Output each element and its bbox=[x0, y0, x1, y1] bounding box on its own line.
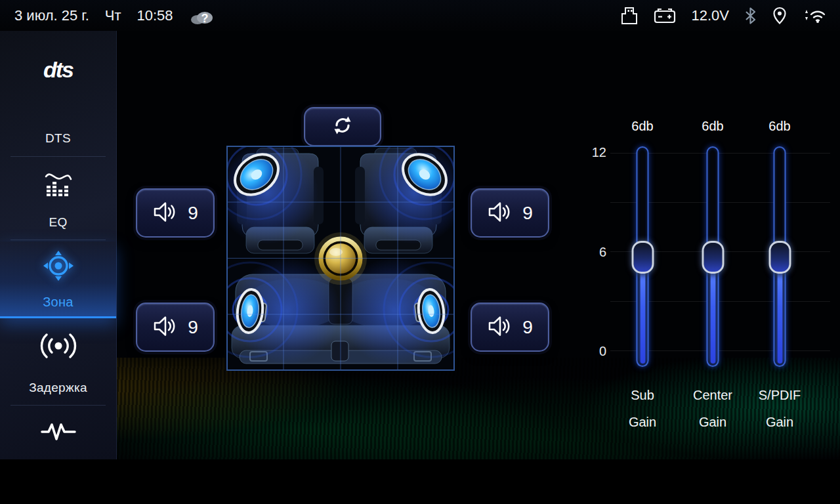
bluetooth-icon bbox=[745, 7, 756, 24]
status-date: 3 июл. 25 г. bbox=[14, 7, 89, 24]
slider-track[interactable] bbox=[707, 146, 719, 367]
slider-unit: Gain bbox=[740, 415, 819, 430]
tick-12: 12 bbox=[578, 145, 606, 160]
frequency-wave-icon bbox=[40, 419, 77, 447]
sidebar-item-label: EQ bbox=[49, 215, 67, 230]
zone-volume-front-right-button[interactable]: 9 bbox=[471, 188, 549, 238]
battery-voltage: 12.0V bbox=[692, 7, 730, 24]
zone-volume-value: 9 bbox=[522, 317, 533, 338]
zone-volume-front-left-button[interactable]: 9 bbox=[136, 188, 215, 238]
slider-thumb[interactable] bbox=[768, 241, 791, 274]
sidebar-item-label: Задержка bbox=[29, 381, 87, 395]
zone-volume-rear-right-button[interactable]: 9 bbox=[471, 303, 549, 352]
zone-panel: 9 9 9 bbox=[0, 31, 840, 459]
delay-sound-waves-icon bbox=[38, 329, 79, 365]
sidebar-item-label: Зона bbox=[43, 295, 74, 310]
zone-seat-map[interactable] bbox=[226, 146, 455, 373]
speaker-volume-icon bbox=[487, 201, 512, 226]
sidebar-item-label: DTS bbox=[45, 131, 71, 146]
slider-value-label: 6db bbox=[740, 119, 819, 134]
car-battery-icon bbox=[654, 7, 676, 24]
slider-track[interactable] bbox=[637, 146, 649, 367]
zone-target-icon bbox=[41, 249, 75, 285]
zone-reset-button[interactable] bbox=[304, 107, 381, 146]
bottom-nav-bar: 87.5 bbox=[0, 459, 840, 504]
speaker-volume-icon bbox=[487, 315, 512, 340]
head-unit-screen: 3 июл. 25 г. Чт 10:58 ? bbox=[0, 0, 840, 504]
divider bbox=[10, 405, 106, 406]
zone-volume-rear-left-button[interactable]: 9 bbox=[136, 303, 215, 352]
status-day: Чт bbox=[105, 7, 121, 24]
slider-value-label: 6db bbox=[603, 119, 682, 134]
divider bbox=[10, 156, 106, 157]
dts-logo: dts bbox=[43, 57, 73, 83]
location-icon bbox=[772, 7, 788, 25]
status-time: 10:58 bbox=[137, 7, 173, 24]
slider-fill bbox=[710, 261, 715, 364]
sidebar-item-eq[interactable]: EQ bbox=[0, 167, 116, 230]
speaker-volume-icon bbox=[152, 201, 177, 226]
slider-fill bbox=[640, 261, 645, 364]
tick-0: 0 bbox=[578, 344, 606, 359]
slider-thumb[interactable] bbox=[631, 241, 654, 274]
slider-spdif-gain: 6db S/PDIF Gain bbox=[740, 116, 819, 431]
slider-name: S/PDIF bbox=[740, 388, 819, 403]
sidebar-item-delay[interactable]: Задержка bbox=[0, 329, 116, 395]
sidebar-menu: dts DTS EQ bbox=[0, 31, 117, 459]
status-bar: 3 июл. 25 г. Чт 10:58 ? bbox=[0, 0, 840, 31]
slider-unit: Gain bbox=[603, 415, 682, 430]
zone-volume-value: 9 bbox=[188, 317, 198, 338]
tick-6: 6 bbox=[578, 245, 606, 260]
gain-panel: 12 6 0 6db Sub Gain 6db Center Gain bbox=[578, 103, 840, 431]
slider-sub-gain: 6db Sub Gain bbox=[603, 116, 682, 431]
eq-icon bbox=[43, 167, 74, 201]
usb-icon bbox=[621, 7, 638, 25]
slider-track[interactable] bbox=[774, 146, 786, 367]
slider-thumb[interactable] bbox=[702, 241, 724, 274]
sidebar-item-dts[interactable]: dts DTS bbox=[0, 57, 116, 146]
speaker-volume-icon bbox=[152, 315, 177, 340]
reset-icon bbox=[332, 115, 353, 138]
sidebar-item-zone[interactable]: Зона bbox=[0, 242, 116, 318]
zone-volume-value: 9 bbox=[188, 203, 198, 224]
svg-text:?: ? bbox=[201, 12, 208, 25]
wifi-icon bbox=[803, 7, 827, 24]
weather-cloud-question-icon: ? bbox=[189, 5, 214, 26]
zone-volume-value: 9 bbox=[522, 203, 533, 224]
divider bbox=[10, 240, 106, 240]
slider-fill bbox=[777, 261, 782, 364]
slider-name: Sub bbox=[603, 388, 682, 403]
